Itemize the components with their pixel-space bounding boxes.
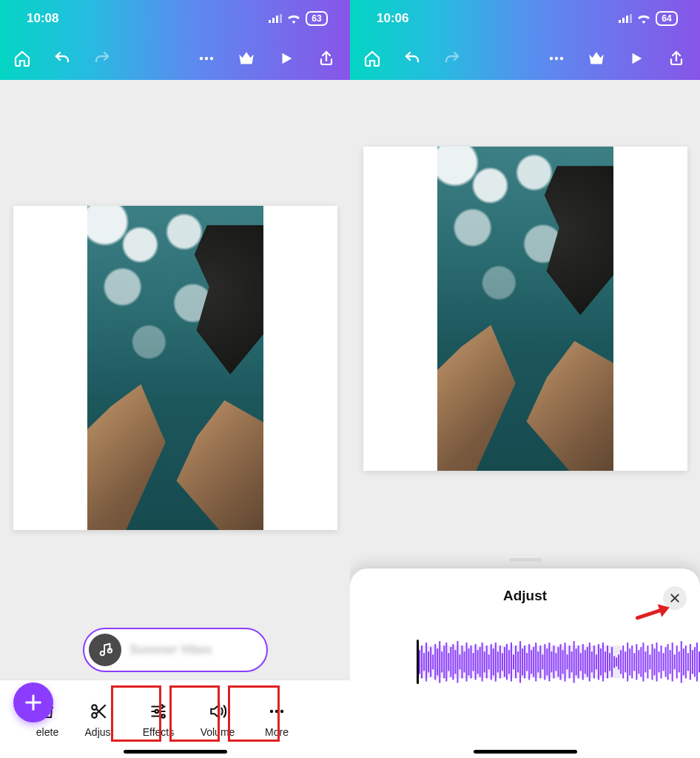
play-icon[interactable] <box>626 48 647 69</box>
svg-rect-140 <box>676 645 678 678</box>
status-right: 63 <box>269 11 328 26</box>
svg-rect-114 <box>618 654 619 669</box>
sheet-handle[interactable] <box>509 558 542 562</box>
svg-rect-139 <box>674 654 676 669</box>
svg-rect-133 <box>661 645 662 678</box>
video-frame[interactable] <box>437 147 613 471</box>
svg-rect-103 <box>593 645 595 678</box>
svg-rect-49 <box>473 653 474 671</box>
home-icon[interactable] <box>362 48 383 69</box>
svg-point-5 <box>205 57 208 60</box>
canvas-page[interactable] <box>13 206 337 530</box>
svg-rect-69 <box>517 651 519 672</box>
svg-rect-134 <box>663 653 664 671</box>
audio-clip-label: Summer Vibes <box>130 643 212 657</box>
svg-rect-131 <box>656 643 658 681</box>
svg-rect-113 <box>616 657 617 666</box>
svg-rect-76 <box>533 647 534 677</box>
svg-rect-90 <box>565 643 566 681</box>
svg-rect-46 <box>466 643 468 681</box>
right-screenshot: 10:06 64 <box>350 0 700 758</box>
svg-rect-120 <box>631 645 633 678</box>
svg-rect-19 <box>626 16 628 23</box>
more-icon[interactable] <box>196 48 217 69</box>
canvas-page[interactable] <box>363 147 687 471</box>
svg-point-8 <box>107 648 111 653</box>
adjust-sheet[interactable]: Adjust <box>350 568 700 758</box>
svg-rect-145 <box>687 653 689 671</box>
svg-rect-116 <box>622 645 624 678</box>
more-icon[interactable] <box>546 48 567 69</box>
home-icon[interactable] <box>12 48 33 69</box>
svg-rect-1 <box>272 18 275 23</box>
waveform[interactable] <box>417 635 700 689</box>
canvas-area[interactable]: Summer Vibes elete Adjust <box>0 80 350 758</box>
svg-rect-50 <box>475 644 477 680</box>
svg-rect-68 <box>515 645 516 678</box>
svg-rect-136 <box>667 644 669 680</box>
svg-rect-149 <box>696 643 698 681</box>
highlight-volume <box>228 685 280 742</box>
svg-rect-48 <box>471 645 472 678</box>
left-screenshot: 10:08 63 <box>0 0 350 758</box>
add-button[interactable] <box>13 682 53 722</box>
undo-icon[interactable] <box>402 48 423 69</box>
svg-rect-106 <box>600 648 602 675</box>
svg-rect-35 <box>441 651 442 672</box>
svg-rect-100 <box>587 647 588 677</box>
redo-icon[interactable] <box>92 48 112 69</box>
svg-rect-88 <box>560 644 562 680</box>
svg-rect-82 <box>546 648 548 675</box>
crown-icon[interactable] <box>236 48 257 69</box>
play-icon[interactable] <box>276 48 297 69</box>
svg-rect-55 <box>486 645 488 678</box>
svg-rect-137 <box>670 650 671 674</box>
svg-rect-125 <box>642 643 644 681</box>
svg-rect-28 <box>425 643 427 681</box>
svg-rect-146 <box>690 644 691 680</box>
svg-rect-135 <box>665 647 667 677</box>
status-bar: 10:06 64 <box>350 0 700 37</box>
share-icon[interactable] <box>316 48 337 69</box>
svg-rect-81 <box>544 644 545 680</box>
battery-indicator: 64 <box>656 11 678 26</box>
svg-point-10 <box>92 713 97 718</box>
share-icon[interactable] <box>666 48 687 69</box>
svg-rect-92 <box>569 645 571 678</box>
svg-rect-42 <box>457 641 458 682</box>
svg-rect-107 <box>602 643 604 681</box>
svg-rect-94 <box>573 641 575 682</box>
svg-point-9 <box>92 705 97 710</box>
svg-point-16 <box>280 709 283 712</box>
app-toolbar <box>0 37 350 80</box>
playhead[interactable] <box>417 640 419 684</box>
svg-rect-142 <box>681 641 682 682</box>
svg-point-13 <box>161 714 164 717</box>
crown-icon[interactable] <box>586 48 607 69</box>
wifi-icon <box>287 14 300 24</box>
svg-rect-104 <box>596 654 597 669</box>
svg-rect-115 <box>620 650 622 674</box>
svg-rect-20 <box>630 14 632 23</box>
svg-rect-0 <box>269 20 271 23</box>
svg-rect-148 <box>694 647 696 677</box>
note-icon <box>89 634 121 666</box>
svg-rect-127 <box>647 645 648 678</box>
svg-point-6 <box>210 57 213 60</box>
svg-rect-108 <box>605 651 606 672</box>
svg-rect-80 <box>542 654 543 669</box>
svg-rect-3 <box>280 14 282 23</box>
canvas-area[interactable]: Adjust <box>350 80 700 758</box>
svg-rect-60 <box>497 651 499 672</box>
redo-icon[interactable] <box>442 48 462 69</box>
audio-clip-chip[interactable]: Summer Vibes <box>83 628 268 672</box>
svg-rect-141 <box>679 651 680 672</box>
svg-rect-18 <box>622 18 625 23</box>
svg-rect-84 <box>551 651 552 672</box>
video-frame[interactable] <box>87 206 263 530</box>
svg-rect-31 <box>432 654 434 669</box>
waveform-area[interactable] <box>417 635 700 688</box>
svg-rect-93 <box>571 651 573 672</box>
svg-rect-33 <box>437 648 438 675</box>
undo-icon[interactable] <box>52 48 73 69</box>
